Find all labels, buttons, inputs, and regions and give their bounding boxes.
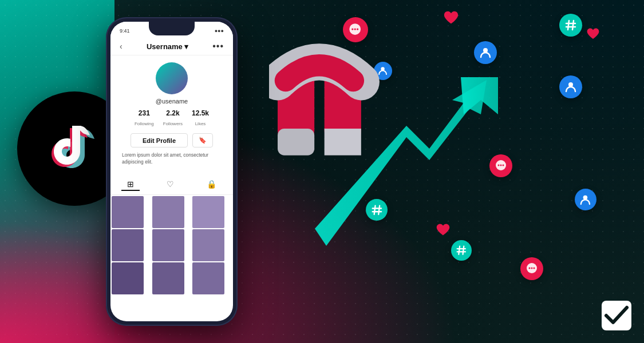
video-thumb-1 <box>152 196 184 228</box>
svg-rect-4 <box>325 129 361 155</box>
tab-liked[interactable]: ♡ <box>161 178 180 191</box>
profile-section: @usename 231 Following 2.2k Followers 12… <box>110 55 233 175</box>
svg-point-32 <box>534 268 535 269</box>
floating-icon-3-hashtag <box>559 14 582 37</box>
video-thumb-8 <box>192 262 224 294</box>
more-menu-button[interactable]: ••• <box>212 41 224 51</box>
stat-likes: 12.5k Likes <box>192 109 209 127</box>
svg-line-34 <box>463 246 464 254</box>
video-grid <box>110 195 233 296</box>
tiktok-logo-icon <box>49 120 100 177</box>
followers-label: Followers <box>163 121 183 126</box>
floating-icon-13-hashtag <box>451 240 472 261</box>
edit-profile-button[interactable]: Edit Profile <box>131 133 188 147</box>
phone-navbar: ‹ Username ▾ ••• <box>110 38 233 55</box>
phone-mockup: 9:41 ●●● ‹ Username ▾ ••• @usename 231 <box>106 17 238 326</box>
video-thumb-4 <box>152 229 184 261</box>
phone-screen: 9:41 ●●● ‹ Username ▾ ••• @usename 231 <box>110 22 233 321</box>
checkbox-icon <box>600 300 633 332</box>
stat-following: 231 Following <box>135 109 154 127</box>
svg-line-10 <box>568 21 569 30</box>
stat-followers: 2.2k Followers <box>163 109 183 127</box>
phone-outer: 9:41 ●●● ‹ Username ▾ ••• @usename 231 <box>106 17 238 326</box>
svg-point-30 <box>529 268 531 269</box>
video-thumb-5 <box>192 229 224 261</box>
status-icons: ●●● <box>215 28 224 34</box>
svg-point-21 <box>498 165 500 166</box>
phone-content-tabs: ⊞ ♡ 🔒 <box>110 175 233 195</box>
magnet-icon <box>269 29 406 189</box>
floating-icon-4-heart <box>586 27 600 41</box>
floating-icon-9-hashtag <box>366 199 388 221</box>
navbar-title: Username ▾ <box>147 42 188 51</box>
video-thumb-7 <box>152 262 184 294</box>
floating-icon-5-user <box>559 75 582 98</box>
svg-line-24 <box>374 205 375 214</box>
followers-count: 2.2k <box>163 109 183 117</box>
svg-point-31 <box>531 268 533 269</box>
svg-point-23 <box>503 165 504 166</box>
svg-point-22 <box>500 165 502 166</box>
floating-icon-10-user <box>575 189 596 210</box>
video-thumb-3 <box>112 229 144 261</box>
status-time: 9:41 <box>120 28 130 34</box>
video-thumb-0 <box>112 196 144 228</box>
svg-line-33 <box>459 246 460 254</box>
profile-username: @usename <box>120 98 224 105</box>
svg-line-25 <box>378 205 380 214</box>
bookmark-button[interactable]: 🔖 <box>192 133 213 147</box>
following-count: 231 <box>135 109 154 117</box>
phone-notch <box>149 22 195 35</box>
profile-buttons: Edit Profile 🔖 <box>120 133 224 147</box>
floating-icon-8-chat <box>489 154 512 177</box>
tab-private[interactable]: 🔒 <box>201 178 222 191</box>
likes-label: Likes <box>195 121 206 126</box>
svg-line-11 <box>572 21 574 30</box>
avatar <box>156 62 188 94</box>
following-label: Following <box>135 121 154 126</box>
likes-count: 12.5k <box>192 109 209 117</box>
svg-rect-3 <box>278 129 314 155</box>
tab-grid[interactable]: ⊞ <box>121 178 140 191</box>
profile-bio: Lorem ipsum dolor sit amet, consectetur … <box>120 152 224 166</box>
right-section <box>258 0 644 343</box>
floating-icon-12-chat <box>520 257 543 280</box>
floating-icon-11-heart <box>436 223 451 238</box>
floating-icon-2-user <box>474 41 497 64</box>
back-button[interactable]: ‹ <box>120 42 123 51</box>
floating-icon-1-heart <box>443 10 459 26</box>
video-thumb-2 <box>192 196 224 228</box>
video-thumb-6 <box>112 262 144 294</box>
profile-stats: 231 Following 2.2k Followers 12.5k Likes <box>120 109 224 127</box>
